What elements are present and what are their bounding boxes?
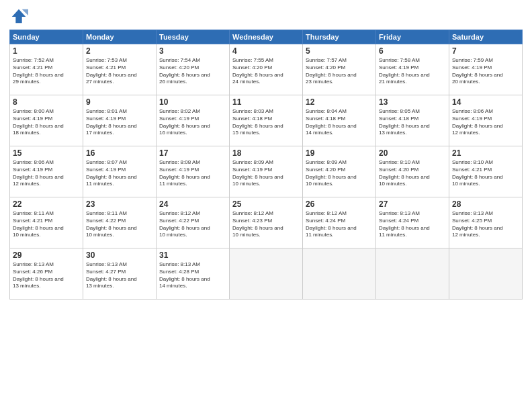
col-header-saturday: Saturday bbox=[449, 30, 523, 44]
day-cell: 4 Sunrise: 7:55 AM Sunset: 4:20 PM Dayli… bbox=[230, 44, 303, 95]
logo bbox=[9, 7, 31, 26]
day-cell: 1 Sunrise: 7:52 AM Sunset: 4:21 PM Dayli… bbox=[10, 44, 83, 95]
week-row-5: 29 Sunrise: 8:13 AM Sunset: 4:26 PM Dayl… bbox=[10, 248, 523, 300]
day-info: Sunrise: 7:52 AM Sunset: 4:21 PM Dayligh… bbox=[13, 57, 80, 86]
day-number: 9 bbox=[86, 97, 153, 107]
day-cell: 20 Sunrise: 8:10 AM Sunset: 4:20 PM Dayl… bbox=[376, 146, 449, 197]
col-header-thursday: Thursday bbox=[303, 30, 376, 44]
week-row-1: 1 Sunrise: 7:52 AM Sunset: 4:21 PM Dayli… bbox=[10, 44, 523, 95]
day-cell: 2 Sunrise: 7:53 AM Sunset: 4:21 PM Dayli… bbox=[83, 44, 157, 95]
day-number: 25 bbox=[232, 199, 300, 209]
day-cell: 30 Sunrise: 8:13 AM Sunset: 4:27 PM Dayl… bbox=[83, 248, 157, 300]
day-cell: 15 Sunrise: 8:06 AM Sunset: 4:19 PM Dayl… bbox=[10, 146, 83, 197]
day-number: 20 bbox=[379, 148, 446, 158]
day-info: Sunrise: 8:07 AM Sunset: 4:19 PM Dayligh… bbox=[86, 159, 153, 188]
col-header-wednesday: Wednesday bbox=[230, 30, 303, 44]
day-number: 19 bbox=[306, 148, 373, 158]
day-info: Sunrise: 8:09 AM Sunset: 4:19 PM Dayligh… bbox=[232, 159, 300, 188]
day-info: Sunrise: 8:06 AM Sunset: 4:19 PM Dayligh… bbox=[452, 108, 519, 137]
day-cell bbox=[230, 248, 303, 300]
svg-marker-0 bbox=[12, 9, 26, 24]
day-number: 6 bbox=[379, 46, 446, 56]
day-info: Sunrise: 8:13 AM Sunset: 4:24 PM Dayligh… bbox=[379, 210, 446, 239]
day-number: 2 bbox=[86, 46, 153, 56]
day-info: Sunrise: 8:10 AM Sunset: 4:20 PM Dayligh… bbox=[379, 159, 446, 188]
day-cell: 21 Sunrise: 8:10 AM Sunset: 4:21 PM Dayl… bbox=[449, 146, 523, 197]
header bbox=[9, 7, 523, 26]
day-cell bbox=[376, 248, 449, 300]
col-header-monday: Monday bbox=[83, 30, 157, 44]
day-number: 26 bbox=[306, 199, 373, 209]
day-cell: 17 Sunrise: 8:08 AM Sunset: 4:19 PM Dayl… bbox=[157, 146, 230, 197]
day-number: 12 bbox=[306, 97, 373, 107]
day-cell: 24 Sunrise: 8:12 AM Sunset: 4:22 PM Dayl… bbox=[157, 197, 230, 248]
day-info: Sunrise: 8:11 AM Sunset: 4:22 PM Dayligh… bbox=[86, 210, 153, 239]
main-container: SundayMondayTuesdayWednesdayThursdayFrid… bbox=[0, 0, 532, 306]
day-number: 27 bbox=[379, 199, 446, 209]
day-number: 13 bbox=[379, 97, 446, 107]
day-cell bbox=[449, 248, 523, 300]
calendar-table: SundayMondayTuesdayWednesdayThursdayFrid… bbox=[9, 30, 523, 300]
day-info: Sunrise: 8:06 AM Sunset: 4:19 PM Dayligh… bbox=[13, 159, 80, 188]
logo-icon bbox=[9, 7, 28, 26]
col-header-sunday: Sunday bbox=[10, 30, 83, 44]
day-number: 8 bbox=[13, 97, 80, 107]
day-info: Sunrise: 8:13 AM Sunset: 4:26 PM Dayligh… bbox=[13, 261, 80, 290]
day-cell: 23 Sunrise: 8:11 AM Sunset: 4:22 PM Dayl… bbox=[83, 197, 157, 248]
day-number: 14 bbox=[452, 97, 519, 107]
day-number: 30 bbox=[86, 250, 153, 260]
day-cell: 19 Sunrise: 8:09 AM Sunset: 4:20 PM Dayl… bbox=[303, 146, 376, 197]
day-number: 17 bbox=[159, 148, 226, 158]
day-cell: 18 Sunrise: 8:09 AM Sunset: 4:19 PM Dayl… bbox=[230, 146, 303, 197]
day-number: 22 bbox=[13, 199, 80, 209]
day-info: Sunrise: 7:53 AM Sunset: 4:21 PM Dayligh… bbox=[86, 57, 153, 86]
day-cell: 11 Sunrise: 8:03 AM Sunset: 4:18 PM Dayl… bbox=[230, 95, 303, 146]
week-row-3: 15 Sunrise: 8:06 AM Sunset: 4:19 PM Dayl… bbox=[10, 146, 523, 197]
col-header-tuesday: Tuesday bbox=[157, 30, 230, 44]
day-cell bbox=[303, 248, 376, 300]
day-cell: 22 Sunrise: 8:11 AM Sunset: 4:21 PM Dayl… bbox=[10, 197, 83, 248]
day-info: Sunrise: 8:12 AM Sunset: 4:22 PM Dayligh… bbox=[159, 210, 226, 239]
day-info: Sunrise: 8:13 AM Sunset: 4:25 PM Dayligh… bbox=[452, 210, 519, 239]
day-info: Sunrise: 8:12 AM Sunset: 4:23 PM Dayligh… bbox=[232, 210, 300, 239]
day-cell: 25 Sunrise: 8:12 AM Sunset: 4:23 PM Dayl… bbox=[230, 197, 303, 248]
day-number: 28 bbox=[452, 199, 519, 209]
day-cell: 3 Sunrise: 7:54 AM Sunset: 4:20 PM Dayli… bbox=[157, 44, 230, 95]
day-cell: 10 Sunrise: 8:02 AM Sunset: 4:19 PM Dayl… bbox=[157, 95, 230, 146]
day-cell: 8 Sunrise: 8:00 AM Sunset: 4:19 PM Dayli… bbox=[10, 95, 83, 146]
day-number: 7 bbox=[452, 46, 519, 56]
day-info: Sunrise: 8:04 AM Sunset: 4:18 PM Dayligh… bbox=[306, 108, 373, 137]
day-number: 11 bbox=[232, 97, 300, 107]
day-cell: 12 Sunrise: 8:04 AM Sunset: 4:18 PM Dayl… bbox=[303, 95, 376, 146]
day-cell: 26 Sunrise: 8:12 AM Sunset: 4:24 PM Dayl… bbox=[303, 197, 376, 248]
day-info: Sunrise: 8:09 AM Sunset: 4:20 PM Dayligh… bbox=[306, 159, 373, 188]
day-number: 1 bbox=[13, 46, 80, 56]
day-number: 4 bbox=[232, 46, 300, 56]
day-cell: 9 Sunrise: 8:01 AM Sunset: 4:19 PM Dayli… bbox=[83, 95, 157, 146]
day-number: 23 bbox=[86, 199, 153, 209]
day-cell: 28 Sunrise: 8:13 AM Sunset: 4:25 PM Dayl… bbox=[449, 197, 523, 248]
day-cell: 31 Sunrise: 8:13 AM Sunset: 4:28 PM Dayl… bbox=[157, 248, 230, 300]
day-info: Sunrise: 8:12 AM Sunset: 4:24 PM Dayligh… bbox=[306, 210, 373, 239]
day-info: Sunrise: 8:02 AM Sunset: 4:19 PM Dayligh… bbox=[159, 108, 226, 137]
week-row-2: 8 Sunrise: 8:00 AM Sunset: 4:19 PM Dayli… bbox=[10, 95, 523, 146]
header-row: SundayMondayTuesdayWednesdayThursdayFrid… bbox=[10, 30, 523, 44]
day-number: 10 bbox=[159, 97, 226, 107]
day-number: 29 bbox=[13, 250, 80, 260]
day-number: 24 bbox=[159, 199, 226, 209]
day-info: Sunrise: 7:59 AM Sunset: 4:19 PM Dayligh… bbox=[452, 57, 519, 86]
day-cell: 6 Sunrise: 7:58 AM Sunset: 4:19 PM Dayli… bbox=[376, 44, 449, 95]
day-info: Sunrise: 7:58 AM Sunset: 4:19 PM Dayligh… bbox=[379, 57, 446, 86]
day-info: Sunrise: 8:05 AM Sunset: 4:18 PM Dayligh… bbox=[379, 108, 446, 137]
day-number: 15 bbox=[13, 148, 80, 158]
col-header-friday: Friday bbox=[376, 30, 449, 44]
day-cell: 7 Sunrise: 7:59 AM Sunset: 4:19 PM Dayli… bbox=[449, 44, 523, 95]
day-cell: 5 Sunrise: 7:57 AM Sunset: 4:20 PM Dayli… bbox=[303, 44, 376, 95]
day-cell: 14 Sunrise: 8:06 AM Sunset: 4:19 PM Dayl… bbox=[449, 95, 523, 146]
day-number: 3 bbox=[159, 46, 226, 56]
day-info: Sunrise: 8:08 AM Sunset: 4:19 PM Dayligh… bbox=[159, 159, 226, 188]
day-info: Sunrise: 8:01 AM Sunset: 4:19 PM Dayligh… bbox=[86, 108, 153, 137]
day-cell: 16 Sunrise: 8:07 AM Sunset: 4:19 PM Dayl… bbox=[83, 146, 157, 197]
day-info: Sunrise: 7:54 AM Sunset: 4:20 PM Dayligh… bbox=[159, 57, 226, 86]
day-info: Sunrise: 7:55 AM Sunset: 4:20 PM Dayligh… bbox=[232, 57, 300, 86]
